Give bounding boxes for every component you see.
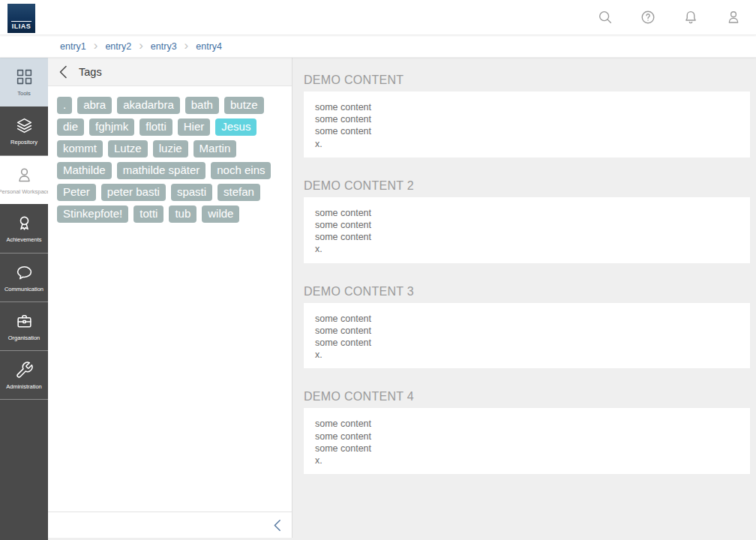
breadcrumb-item[interactable]: entry1: [60, 41, 86, 52]
ilias-logo[interactable]: ILIAS: [8, 4, 35, 33]
collapse-panel-button[interactable]: [274, 519, 281, 532]
content-line: some content: [315, 442, 739, 454]
grid-icon: [15, 68, 34, 86]
content-line: some content: [315, 101, 739, 113]
sidebar-item-personal-workspace[interactable]: Personal Workspace: [0, 155, 48, 204]
content-card: some contentsome contentsome contentx.: [304, 92, 750, 158]
user-menu-button[interactable]: [724, 8, 742, 26]
tag-chip[interactable]: spasti: [171, 184, 212, 201]
chevron-left-icon: [59, 65, 68, 79]
chevron-left-icon: [274, 519, 281, 532]
content-line: some content: [315, 430, 739, 442]
chevron-right-icon: ›: [139, 42, 143, 51]
section-title: DEMO CONTENT 2: [304, 179, 750, 193]
content-line: x.: [315, 243, 739, 255]
tag-chip[interactable]: mathilde später: [117, 162, 206, 179]
topbar-icon-group: [596, 8, 742, 26]
sidebar-item-label: Repository: [10, 139, 38, 146]
content-line: some content: [315, 231, 739, 243]
section-title: DEMO CONTENT: [304, 74, 750, 87]
help-icon: [640, 9, 656, 26]
user-icon: [725, 9, 742, 26]
content-section: DEMO CONTENT 3some contentsome contentso…: [304, 285, 750, 369]
chevron-right-icon: ›: [184, 42, 189, 51]
sidebar-item-administration[interactable]: Administration: [0, 350, 48, 399]
help-button[interactable]: [639, 8, 657, 26]
briefcase-icon: [15, 312, 34, 331]
breadcrumb-item[interactable]: entry2: [105, 41, 131, 52]
content-section: DEMO CONTENT 4some contentsome contentso…: [304, 390, 750, 474]
notifications-icon: [682, 9, 699, 26]
tags-panel-header: Tags: [48, 58, 292, 86]
tag-chip[interactable]: Peter: [57, 184, 96, 201]
notifications-button[interactable]: [682, 8, 700, 26]
content-line: some content: [315, 337, 739, 349]
layers-icon: [15, 116, 34, 135]
search-button[interactable]: [596, 8, 614, 26]
tag-chip[interactable]: Hier: [178, 118, 211, 136]
tag-chip[interactable]: Jesus: [215, 118, 256, 136]
tag-chip[interactable]: noch eins: [211, 162, 271, 179]
content-section: DEMO CONTENT 2some contentsome contentso…: [304, 179, 750, 263]
sidebar-item-tools[interactable]: Tools: [0, 58, 48, 106]
search-icon: [597, 9, 614, 26]
tag-chip[interactable]: bath: [185, 97, 219, 114]
tag-chip[interactable]: butze: [224, 97, 264, 114]
section-title: DEMO CONTENT 3: [304, 285, 750, 298]
breadcrumb-item[interactable]: entry4: [196, 41, 222, 52]
logo-text: ILIAS: [11, 21, 32, 33]
tag-chip[interactable]: die: [57, 118, 84, 136]
back-button[interactable]: [59, 65, 68, 79]
tag-chip[interactable]: akadarbra: [117, 97, 180, 114]
sidebar-item-label: Organisation: [8, 334, 40, 341]
breadcrumb-item[interactable]: entry3: [151, 41, 177, 52]
tag-chip[interactable]: Mathilde: [57, 162, 112, 179]
sidebar-item-label: Personal Workspace: [0, 188, 48, 195]
sidebar-item-label: Administration: [6, 383, 42, 390]
speech-bubble-icon: [15, 263, 34, 282]
content-card: some contentsome contentsome contentx.: [304, 408, 750, 474]
content-section: DEMO CONTENTsome contentsome contentsome…: [304, 74, 750, 158]
sidebar-item-achievements[interactable]: Achievements: [0, 204, 48, 253]
tag-chip[interactable]: luzie: [153, 140, 188, 158]
tags-panel-footer: [48, 512, 292, 538]
sidebar-filler: [0, 399, 48, 540]
tag-chip[interactable]: stefan: [218, 184, 260, 201]
tag-chip[interactable]: wilde: [202, 206, 239, 223]
tag-chip[interactable]: abra: [77, 97, 112, 114]
content-line: some content: [315, 313, 739, 325]
tag-chip[interactable]: fghjmk: [89, 118, 134, 136]
tag-cloud: .abraakadarbrabathbutzediefghjmkflottiHi…: [48, 86, 292, 512]
person-icon: [15, 166, 34, 184]
content-line: x.: [315, 349, 739, 361]
tag-chip[interactable]: Martin: [194, 140, 237, 158]
sidebar: Tools Repository Personal Workspace Achi…: [0, 58, 48, 540]
content-line: some content: [315, 219, 739, 231]
sidebar-item-communication[interactable]: Communication: [0, 253, 48, 302]
tag-chip[interactable]: kommt: [57, 140, 103, 158]
content-line: some content: [315, 418, 739, 430]
content-line: x.: [315, 138, 739, 150]
content-card: some contentsome contentsome contentx.: [304, 197, 750, 263]
breadcrumb-bar: entry1›entry2›entry3›entry4: [0, 35, 756, 58]
content-line: x.: [315, 454, 739, 466]
top-bar: ILIAS: [0, 0, 756, 35]
sidebar-item-organisation[interactable]: Organisation: [0, 302, 48, 350]
tag-chip[interactable]: tub: [169, 206, 196, 223]
content-line: some content: [315, 325, 739, 337]
wrench-icon: [15, 361, 34, 380]
tag-chip[interactable]: Lutze: [108, 140, 148, 158]
tag-chip[interactable]: peter basti: [101, 184, 166, 201]
main-content: DEMO CONTENTsome contentsome contentsome…: [292, 58, 756, 540]
sidebar-item-label: Tools: [17, 90, 31, 97]
sidebar-item-repository[interactable]: Repository: [0, 106, 48, 155]
tag-chip[interactable]: totti: [134, 206, 164, 223]
section-title: DEMO CONTENT 4: [304, 390, 750, 404]
sidebar-item-label: Achievements: [6, 236, 41, 243]
tag-chip[interactable]: .: [57, 97, 72, 114]
breadcrumb: entry1›entry2›entry3›entry4: [60, 41, 222, 52]
content-line: some content: [315, 207, 739, 219]
chevron-right-icon: ›: [94, 42, 98, 51]
tag-chip[interactable]: flotti: [140, 118, 172, 136]
tag-chip[interactable]: Stinkepfote!: [57, 206, 128, 223]
